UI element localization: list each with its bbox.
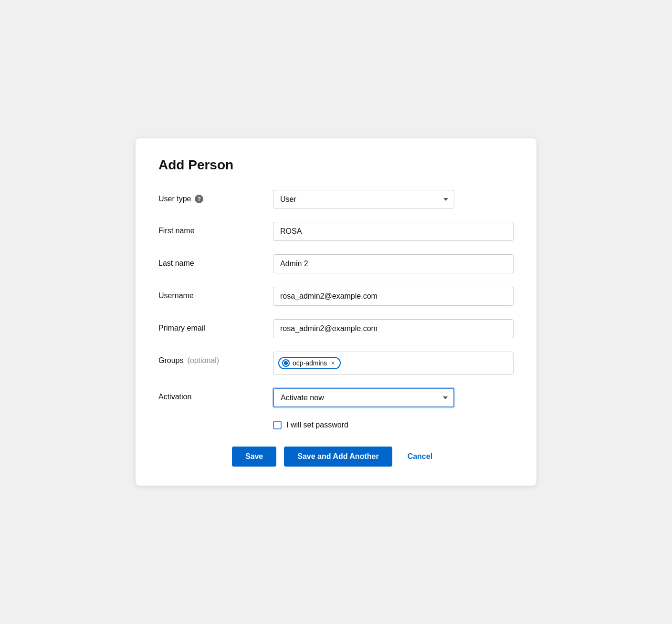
first-name-control	[273, 222, 514, 241]
primary-email-control	[273, 319, 514, 338]
activation-control: Activate now Send activation email Do no…	[273, 388, 514, 407]
set-password-row: I will set password	[273, 421, 514, 429]
last-name-label-wrap: Last name	[158, 254, 273, 268]
form-actions: Save Save and Add Another Cancel	[158, 447, 514, 467]
user-type-select[interactable]: User Admin Service Account	[273, 190, 454, 208]
username-row: Username	[158, 287, 514, 306]
first-name-label: First name	[158, 227, 195, 235]
activation-label: Activation	[158, 393, 191, 401]
add-person-dialog: Add Person User type ? User Admin Servic…	[136, 138, 536, 486]
dialog-title: Add Person	[158, 157, 514, 173]
primary-email-label: Primary email	[158, 324, 205, 333]
last-name-label: Last name	[158, 259, 194, 268]
cancel-button[interactable]: Cancel	[400, 447, 440, 467]
groups-input-wrap[interactable]: ocp-admins ×	[273, 352, 514, 374]
username-input[interactable]	[273, 287, 514, 306]
first-name-row: First name	[158, 222, 514, 241]
last-name-control	[273, 254, 514, 273]
user-type-help-icon[interactable]: ?	[195, 195, 203, 203]
primary-email-label-wrap: Primary email	[158, 319, 273, 333]
last-name-row: Last name	[158, 254, 514, 273]
user-type-label: User type	[158, 195, 191, 203]
username-control	[273, 287, 514, 306]
first-name-label-wrap: First name	[158, 222, 273, 235]
group-tag-remove-button[interactable]: ×	[331, 360, 335, 366]
groups-optional: (optional)	[187, 356, 219, 365]
last-name-input[interactable]	[273, 254, 514, 273]
primary-email-row: Primary email	[158, 319, 514, 338]
activation-row: Activation Activate now Send activation …	[158, 388, 514, 407]
group-tag-radio-inner	[284, 361, 288, 365]
activation-label-wrap: Activation	[158, 388, 273, 401]
set-password-label: I will set password	[286, 421, 348, 429]
save-button[interactable]: Save	[232, 447, 276, 467]
username-label: Username	[158, 291, 194, 300]
user-type-label-wrap: User type ?	[158, 190, 273, 203]
set-password-checkbox[interactable]	[273, 421, 282, 429]
group-tag-ocp-admins: ocp-admins ×	[278, 357, 341, 369]
username-label-wrap: Username	[158, 287, 273, 300]
group-tag-radio-icon	[282, 359, 290, 367]
group-tag-label: ocp-admins	[293, 359, 327, 367]
primary-email-input[interactable]	[273, 319, 514, 338]
first-name-input[interactable]	[273, 222, 514, 241]
groups-label-wrap: Groups (optional)	[158, 352, 273, 365]
groups-control: ocp-admins ×	[273, 352, 514, 374]
groups-label: Groups	[158, 356, 183, 365]
activation-select[interactable]: Activate now Send activation email Do no…	[273, 388, 454, 407]
user-type-control: User Admin Service Account	[273, 190, 514, 208]
user-type-row: User type ? User Admin Service Account	[158, 190, 514, 208]
save-and-add-button[interactable]: Save and Add Another	[284, 447, 392, 467]
groups-row: Groups (optional) ocp-admins ×	[158, 352, 514, 374]
